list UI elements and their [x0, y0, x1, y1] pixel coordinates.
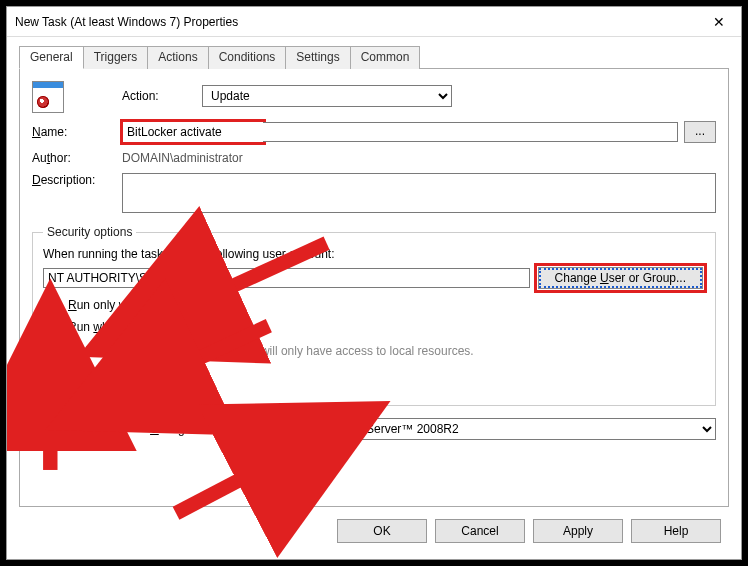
- tab-settings[interactable]: Settings: [285, 46, 350, 69]
- checkbox-hidden[interactable]: [36, 423, 49, 436]
- help-button[interactable]: Help: [631, 519, 721, 543]
- window-title: New Task (At least Windows 7) Properties: [15, 15, 696, 29]
- action-select[interactable]: Update: [202, 85, 452, 107]
- security-prompt: When running the task, use the following…: [43, 247, 705, 261]
- browse-button[interactable]: ...: [684, 121, 716, 143]
- user-account-field[interactable]: [43, 268, 530, 288]
- radio-logged-on[interactable]: [48, 300, 61, 313]
- apply-button[interactable]: Apply: [533, 519, 623, 543]
- ok-button[interactable]: OK: [337, 519, 427, 543]
- highest-priv-label: Run with highest privileges: [67, 373, 210, 387]
- cancel-button[interactable]: Cancel: [435, 519, 525, 543]
- configure-for-label: Configure for:: [150, 422, 223, 436]
- tabstrip: General Triggers Actions Conditions Sett…: [19, 45, 729, 68]
- name-input[interactable]: [123, 122, 263, 142]
- name-label: Name:: [32, 125, 122, 139]
- task-icon: [32, 81, 64, 113]
- security-legend: Security options: [43, 225, 136, 239]
- hidden-label: Hidden: [56, 422, 94, 436]
- tab-actions[interactable]: Actions: [147, 46, 208, 69]
- change-user-button[interactable]: Change User or Group...: [538, 267, 703, 289]
- dialog-footer: OK Cancel Apply Help: [19, 507, 729, 547]
- radio-logged-on-label: Run only when user is logged on: [68, 298, 242, 312]
- tab-triggers[interactable]: Triggers: [83, 46, 149, 69]
- properties-dialog: New Task (At least Windows 7) Properties…: [6, 6, 742, 560]
- close-button[interactable]: ✕: [696, 7, 741, 37]
- configure-for-select[interactable]: Windows® 7, Windows Server™ 2008R2: [231, 418, 716, 440]
- description-textarea[interactable]: [122, 173, 716, 213]
- tab-general[interactable]: General: [19, 46, 84, 69]
- radio-whether[interactable]: [48, 322, 61, 335]
- tab-conditions[interactable]: Conditions: [208, 46, 287, 69]
- checkbox-donotstore: [65, 344, 78, 357]
- radio-whether-label: Run whether user is logged on or not: [68, 320, 265, 334]
- checkbox-highest-priv[interactable]: [47, 373, 60, 386]
- close-icon: ✕: [713, 14, 725, 30]
- donotstore-label: Do not store password. The task will onl…: [85, 344, 474, 358]
- author-label: Author:: [32, 151, 122, 165]
- titlebar[interactable]: New Task (At least Windows 7) Properties…: [7, 7, 741, 37]
- author-value: DOMAIN\administrator: [122, 151, 243, 165]
- security-options-group: Security options When running the task, …: [32, 225, 716, 406]
- tab-common[interactable]: Common: [350, 46, 421, 69]
- description-label: Description:: [32, 173, 122, 187]
- action-label: Action:: [122, 89, 202, 103]
- general-panel: Action: Update Name: ... Author: DOMAIN\…: [19, 68, 729, 507]
- name-input-ext[interactable]: [263, 122, 678, 142]
